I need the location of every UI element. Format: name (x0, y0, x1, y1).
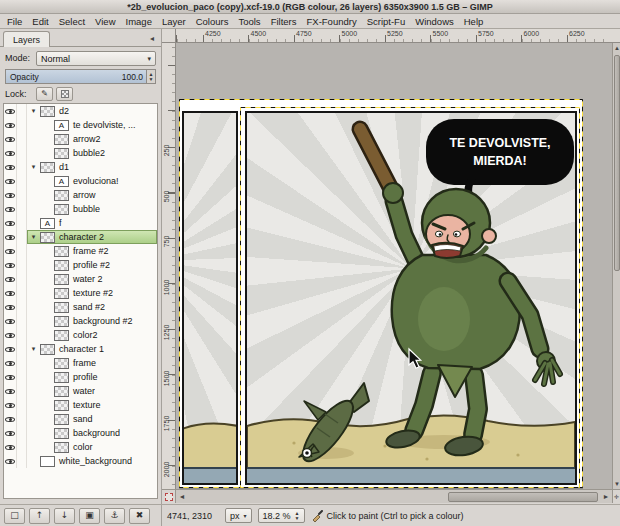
zoom-spinner[interactable]: ▲▼ (295, 511, 300, 521)
menu-item-image[interactable]: Image (121, 16, 157, 27)
chain-link-cell[interactable] (17, 188, 27, 202)
menu-item-fx-foundry[interactable]: FX-Foundry (302, 16, 362, 27)
layer-name[interactable]: frame #2 (71, 246, 109, 256)
layer-name[interactable]: profile #2 (71, 260, 110, 270)
lock-pixels-button[interactable]: ✎ (36, 87, 53, 101)
layer-row-frame-2[interactable]: frame #2 (4, 244, 157, 258)
raise-layer-button[interactable]: ↑ (29, 508, 50, 524)
layer-row-character-2[interactable]: ▾character 2 (4, 230, 157, 244)
chain-link-cell[interactable] (17, 300, 27, 314)
navigation-button[interactable]: ✛ (612, 489, 620, 503)
canvas-viewport[interactable]: TE DEVOLVISTE, MIERDA! (176, 43, 612, 489)
visibility-eye-icon[interactable] (4, 132, 17, 146)
group-expander-icon[interactable]: ▾ (29, 107, 38, 115)
layer-row-d1[interactable]: ▾d1 (4, 160, 157, 174)
menu-item-layer[interactable]: Layer (157, 16, 191, 27)
layer-row-arrow[interactable]: arrow (4, 188, 157, 202)
layer-name[interactable]: sand #2 (71, 302, 105, 312)
menu-item-filters[interactable]: Filters (266, 16, 302, 27)
visibility-eye-icon[interactable] (4, 384, 17, 398)
title-bar[interactable]: *2b_evolucion_paco (copy).xcf-19.0 (RGB … (0, 0, 620, 14)
lower-layer-button[interactable]: ↓ (54, 508, 75, 524)
visibility-eye-icon[interactable] (4, 160, 17, 174)
visibility-eye-icon[interactable] (4, 342, 17, 356)
visibility-eye-icon[interactable] (4, 202, 17, 216)
visibility-eye-icon[interactable] (4, 328, 17, 342)
opacity-slider[interactable]: Opacity 100.0 ▲▼ (5, 69, 156, 84)
scroll-up-arrow[interactable]: ▲ (613, 43, 620, 53)
layer-row-texture[interactable]: texture (4, 398, 157, 412)
layer-row-background[interactable]: background (4, 426, 157, 440)
layer-name[interactable]: profile (71, 372, 98, 382)
layer-name[interactable]: character 2 (57, 232, 104, 242)
layer-name[interactable]: color (71, 442, 93, 452)
scroll-left-arrow[interactable]: ◄ (176, 490, 188, 504)
layer-row-character-1[interactable]: ▾character 1 (4, 342, 157, 356)
layer-row-sand-2[interactable]: sand #2 (4, 300, 157, 314)
visibility-eye-icon[interactable] (4, 244, 17, 258)
layer-name[interactable]: texture #2 (71, 288, 113, 298)
chain-link-cell[interactable] (17, 160, 27, 174)
chain-link-cell[interactable] (17, 272, 27, 286)
duplicate-layer-button[interactable]: ▣ (79, 508, 100, 524)
anchor-layer-button[interactable]: ⚓ (104, 508, 125, 524)
group-expander-icon[interactable]: ▾ (29, 233, 38, 241)
menu-item-edit[interactable]: Edit (27, 16, 53, 27)
layer-name[interactable]: texture (71, 400, 101, 410)
quick-mask-toggle[interactable] (162, 489, 176, 503)
visibility-eye-icon[interactable] (4, 356, 17, 370)
visibility-eye-icon[interactable] (4, 286, 17, 300)
dock-menu-button[interactable]: ◂ (146, 33, 158, 45)
vertical-scroll-thumb[interactable] (614, 55, 620, 271)
layer-name[interactable]: evoluciona! (71, 176, 119, 186)
layer-row-profile-2[interactable]: profile #2 (4, 258, 157, 272)
group-expander-icon[interactable]: ▾ (29, 345, 38, 353)
visibility-eye-icon[interactable] (4, 272, 17, 286)
layer-name[interactable]: d1 (57, 162, 69, 172)
visibility-eye-icon[interactable] (4, 440, 17, 454)
chain-link-cell[interactable] (17, 370, 27, 384)
visibility-eye-icon[interactable] (4, 258, 17, 272)
visibility-eye-icon[interactable] (4, 398, 17, 412)
chain-link-cell[interactable] (17, 384, 27, 398)
vertical-scrollbar[interactable]: ▲ ▼ (612, 43, 620, 489)
chain-link-cell[interactable] (17, 328, 27, 342)
layer-name[interactable]: white_background (57, 456, 132, 466)
chain-link-cell[interactable] (17, 412, 27, 426)
layer-row-background-2[interactable]: background #2 (4, 314, 157, 328)
chain-link-cell[interactable] (17, 216, 27, 230)
chain-link-cell[interactable] (17, 398, 27, 412)
group-expander-icon[interactable]: ▾ (29, 163, 38, 171)
visibility-eye-icon[interactable] (4, 230, 17, 244)
layer-name[interactable]: sand (71, 414, 93, 424)
layer-row-f[interactable]: Af (4, 216, 157, 230)
visibility-eye-icon[interactable] (4, 426, 17, 440)
menu-item-colours[interactable]: Colours (191, 16, 234, 27)
layer-name[interactable]: color2 (71, 330, 98, 340)
chain-link-cell[interactable] (17, 174, 27, 188)
chain-link-cell[interactable] (17, 454, 27, 468)
chain-link-cell[interactable] (17, 342, 27, 356)
zoom-combo[interactable]: 18.2 % ▲▼ (258, 508, 305, 523)
layer-name[interactable]: te devolviste, ... (71, 120, 136, 130)
layer-row-sand[interactable]: sand (4, 412, 157, 426)
layer-row-color2[interactable]: color2 (4, 328, 157, 342)
chain-link-cell[interactable] (17, 104, 27, 118)
visibility-eye-icon[interactable] (4, 104, 17, 118)
layer-row-evoluciona[interactable]: Aevoluciona! (4, 174, 157, 188)
visibility-eye-icon[interactable] (4, 174, 17, 188)
chain-link-cell[interactable] (17, 202, 27, 216)
layer-name[interactable]: d2 (57, 106, 69, 116)
menu-item-help[interactable]: Help (459, 16, 489, 27)
chain-link-cell[interactable] (17, 146, 27, 160)
delete-layer-button[interactable]: ✖ (129, 508, 150, 524)
horizontal-scroll-thumb[interactable] (448, 492, 598, 502)
chain-link-cell[interactable] (17, 258, 27, 272)
chain-link-cell[interactable] (17, 440, 27, 454)
visibility-eye-icon[interactable] (4, 188, 17, 202)
layer-row-te-devolviste[interactable]: Ate devolviste, ... (4, 118, 157, 132)
layer-row-color[interactable]: color (4, 440, 157, 454)
layer-row-water-2[interactable]: water 2 (4, 272, 157, 286)
horizontal-scrollbar[interactable]: ◄ ► (176, 489, 612, 503)
chain-link-cell[interactable] (17, 230, 27, 244)
